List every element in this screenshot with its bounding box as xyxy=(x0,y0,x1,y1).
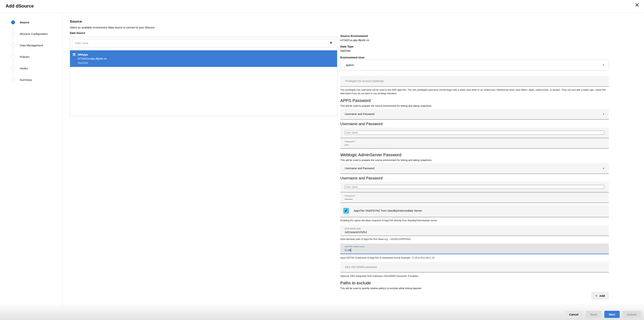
step-label: Data Management xyxy=(20,44,43,47)
next-button[interactable]: Next xyxy=(604,311,620,318)
step-label: Hooks xyxy=(20,67,28,70)
privileged-os-account-input[interactable] xyxy=(345,79,604,83)
apps-username-field xyxy=(340,128,609,138)
wizard-sidebar: Source dSource Configuration Data Manage… xyxy=(0,13,62,307)
weblogic-subtitle: This will be used to prepare the source … xyxy=(340,159,609,161)
weblogic-username-password-heading: Username and Password xyxy=(340,176,609,180)
paths-to-exclude-subtitle: This will be used to specify relative pa… xyxy=(340,287,609,289)
run-base-path-label: RUN BASE path xyxy=(345,227,604,230)
chevron-down-icon: ▼ xyxy=(602,113,605,115)
step-policies[interactable]: Policies xyxy=(0,51,62,63)
weblogic-credential-type-select[interactable]: Username and Password ▼ xyxy=(340,163,609,174)
data-source-type: AppData xyxy=(78,61,106,65)
step-dot xyxy=(11,43,15,47)
step-label: Policies xyxy=(20,55,30,58)
data-type-value: AppData xyxy=(340,49,609,52)
source-selection-panel: Source Select an available environment /… xyxy=(70,13,337,116)
privileged-os-account-field xyxy=(340,76,609,87)
weblogic-heading: Weblogic AdminServer Password xyxy=(340,153,609,157)
chevron-down-icon: ▼ xyxy=(602,64,604,66)
apps-password-masked-value: •••• xyxy=(345,144,604,146)
page-subtitle: Select an available environment /data so… xyxy=(70,26,337,29)
data-source-row-text: DRApps e27a021a-app.dlpxdc.co AppData xyxy=(78,53,106,67)
snapsync-label: AppsTier SNAPSYNC from Standby/Intermedi… xyxy=(354,209,422,212)
apps-credential-type-value: Username and Password xyxy=(345,112,374,115)
step-label: Summary xyxy=(20,78,32,81)
step-data-management[interactable]: Data Management xyxy=(0,40,62,51)
add-dsource-dialog: Add dSource ✕ Source dSource Configurati… xyxy=(0,0,644,320)
weblogic-password-field[interactable]: Password * •••••••• xyxy=(340,192,609,203)
close-icon[interactable]: ✕ xyxy=(635,2,640,8)
step-label: dSource Configuration xyxy=(20,32,48,35)
paths-to-exclude-heading: Paths to exclude xyxy=(340,281,609,285)
weblogic-password-masked-value: •••••••• xyxy=(345,198,604,200)
adtxk-code-level-label: AD/TXK Code Level xyxy=(345,245,604,248)
add-path-button[interactable]: + Add xyxy=(591,292,609,299)
weblogic-password-label: Password * xyxy=(345,195,604,197)
environment-user-label: Environment User xyxy=(340,56,609,59)
run-base-path-field[interactable]: RUN BASE path /u01/oracle/VIS/fs2 xyxy=(340,225,609,236)
apps-password-label: Password * xyxy=(345,140,604,143)
ebs-isg-password-field xyxy=(340,262,609,272)
adtxk-helper: Input AD/TXK CodeLevel of AppsTier in me… xyxy=(340,256,609,260)
step-label: Source xyxy=(20,21,29,24)
ebs-isg-password-input[interactable] xyxy=(345,265,604,269)
run-base-path-value: /u01/oracle/VIS/fs2 xyxy=(345,231,604,234)
dialog-footer: Cancel Back Next Submit xyxy=(564,311,641,318)
bottom-shadow xyxy=(0,303,644,320)
ebs-isg-helper: Optional: EBS Integrated SOA Gateway's I… xyxy=(340,274,609,278)
filter-input[interactable] xyxy=(72,39,335,47)
step-dsource-configuration[interactable]: dSource Configuration xyxy=(0,28,62,40)
apps-password-subtitle: This will be used to prepare the source … xyxy=(340,105,609,107)
add-path-button-label: Add xyxy=(600,294,605,297)
data-source-row-selected[interactable]: DRApps e27a021a-app.dlpxdc.co AppData xyxy=(70,50,337,67)
step-summary[interactable]: Summary xyxy=(0,74,62,86)
apps-username-password-heading: Username and Password xyxy=(340,122,609,126)
filter-field xyxy=(72,39,335,47)
source-environment-label: Source Environment xyxy=(340,34,609,38)
apps-credential-type-select[interactable]: Username and Password ▼ xyxy=(340,109,609,120)
source-details-form: Source Environment e27a021a-app.dlpxdc.c… xyxy=(340,13,609,299)
dialog-header: Add dSource ✕ xyxy=(0,0,644,13)
run-base-path-helper: Input absolute path of AppsTier Run Base… xyxy=(340,237,609,241)
step-dot xyxy=(11,55,15,59)
data-type-label: Data Type xyxy=(340,45,609,48)
environment-user-selected-value: applvis xyxy=(346,64,354,67)
privileged-os-helper: This privileged unix username will be us… xyxy=(340,88,609,96)
chevron-down-icon: ▼ xyxy=(602,167,605,170)
step-hooks[interactable]: Hooks xyxy=(0,63,62,74)
data-source-list: DRApps e27a021a-app.dlpxdc.co AppData xyxy=(70,37,337,116)
environment-user-select[interactable]: applvis ▼ xyxy=(340,60,609,70)
apps-username-input[interactable] xyxy=(345,131,604,134)
page-title: Source xyxy=(70,20,337,23)
submit-button[interactable]: Submit xyxy=(622,311,641,318)
source-environment-value: e27a021a-app.dlpxdc.co xyxy=(340,39,609,42)
adtxk-code-level-field[interactable]: AD/TXK Code Level C.14 xyxy=(340,243,609,254)
snapsync-helper: Enabling this option will allow snapshot… xyxy=(340,219,609,222)
data-source-label: Data Source xyxy=(70,32,337,34)
plus-icon: + xyxy=(595,294,598,298)
text-cursor xyxy=(350,249,351,252)
back-button[interactable]: Back xyxy=(586,311,602,318)
step-dot xyxy=(11,66,15,70)
step-source[interactable]: Source xyxy=(0,17,62,28)
dialog-title: Add dSource xyxy=(6,4,34,9)
step-dot xyxy=(11,78,15,82)
checkmark-icon: ✓ xyxy=(344,208,348,213)
data-source-host: e27a021a-app.dlpxdc.co xyxy=(78,57,106,61)
weblogic-credential-type-value: Username and Password xyxy=(345,167,374,170)
cancel-button[interactable]: Cancel xyxy=(564,311,583,318)
snapsync-option-row: ✓ AppsTier SNAPSYNC from Standby/Interme… xyxy=(340,205,609,217)
weblogic-username-input[interactable] xyxy=(345,185,604,189)
apps-password-heading: APPS Password xyxy=(340,99,609,103)
apps-password-field[interactable]: Password * •••• xyxy=(340,138,609,149)
wizard-steps: Source dSource Configuration Data Manage… xyxy=(0,17,62,86)
snapsync-checkbox-checked[interactable]: ✓ xyxy=(343,208,349,214)
filter-icon xyxy=(330,42,332,45)
data-source-name: DRApps xyxy=(78,53,106,57)
database-icon xyxy=(73,53,78,67)
adtxk-code-level-value: C.14 xyxy=(345,249,604,252)
weblogic-username-field xyxy=(340,182,609,192)
step-dot xyxy=(11,32,15,36)
step-dot-active xyxy=(11,20,15,24)
